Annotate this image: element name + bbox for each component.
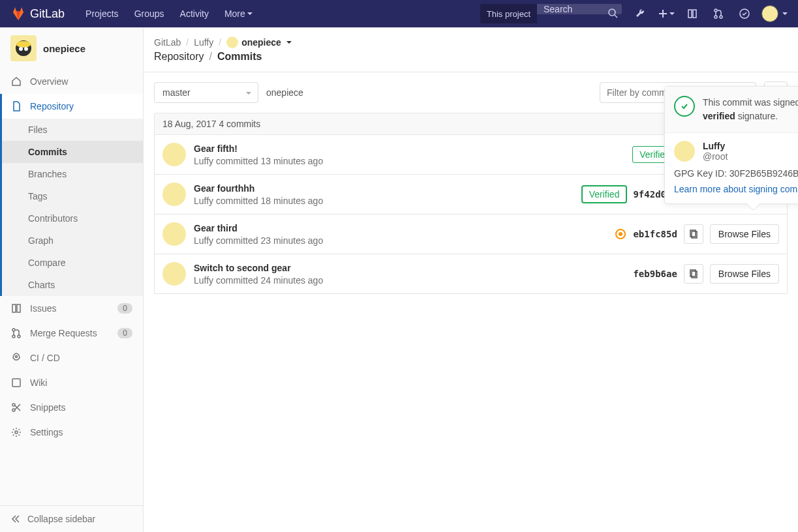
copy-sha-button[interactable] <box>684 224 703 244</box>
svg-point-18 <box>18 335 20 338</box>
clipboard-icon <box>689 229 698 239</box>
issues-icon[interactable] <box>679 0 705 27</box>
bc-owner[interactable]: Luffy <box>194 37 213 48</box>
svg-point-17 <box>12 335 15 338</box>
svg-point-23 <box>15 431 18 434</box>
chevron-down-icon <box>286 41 292 46</box>
page-path: Repository / Commits <box>144 51 798 72</box>
commit-info: Switch to second gear Luffy committed 24… <box>194 263 625 286</box>
copy-sha-button[interactable] <box>684 264 703 284</box>
sidebar-item-ci-cd[interactable]: CI / CD <box>0 346 143 370</box>
wrench-icon[interactable] <box>627 0 653 27</box>
sidebar-item-settings[interactable]: Settings <box>0 420 143 445</box>
sidebar-item-merge-requests[interactable]: Merge Requests 0 <box>0 321 143 346</box>
sidebar-item-label: Repository <box>30 101 74 111</box>
commit-info: Gear fifth! Luffy committed 13 minutes a… <box>194 143 624 166</box>
sidebar-item-snippets[interactable]: Snippets <box>0 395 143 420</box>
commit-sha[interactable]: eb1fc85d <box>633 229 677 239</box>
sidebar-item-wiki[interactable]: Wiki <box>0 370 143 395</box>
commit-meta: Luffy committed 24 minutes ago <box>194 275 625 286</box>
browse-files-button[interactable]: Browse Files <box>710 224 779 244</box>
path-label[interactable]: onepiece <box>266 87 303 98</box>
page-title: Commits <box>217 51 262 63</box>
svg-point-16 <box>12 329 15 331</box>
verified-badge[interactable]: Verified <box>582 186 627 203</box>
subnav-tags[interactable]: Tags <box>2 185 143 207</box>
chevron-down-icon <box>247 12 253 18</box>
project-name: onepiece <box>43 43 85 54</box>
avatar <box>162 222 186 246</box>
nav-icons <box>627 0 788 27</box>
clipboard-icon <box>689 269 698 278</box>
nav-activity[interactable]: Activity <box>172 0 217 27</box>
rocket-icon <box>10 352 22 364</box>
sidebar-item-label: Issues <box>30 303 56 314</box>
svg-rect-14 <box>12 304 16 312</box>
commit-meta: Luffy committed 23 minutes ago <box>194 235 607 246</box>
top-nav: GitLab Projects Groups Activity More Thi… <box>0 0 798 27</box>
sidebar-item-label: Wiki <box>30 377 47 388</box>
subnav-contributors[interactable]: Contributors <box>2 207 143 229</box>
search-scope[interactable]: This project <box>480 4 537 23</box>
sidebar-item-overview[interactable]: Overview <box>0 69 143 94</box>
project-header[interactable]: onepiece <box>0 27 143 69</box>
avatar <box>162 183 186 206</box>
popover-user-name: Luffy <box>703 141 728 151</box>
todos-icon[interactable] <box>731 0 758 27</box>
breadcrumb: GitLab / Luffy / onepiece <box>144 27 798 51</box>
svg-point-0 <box>609 9 615 16</box>
branch-select[interactable]: master <box>154 82 258 103</box>
merge-request-icon[interactable] <box>705 0 731 27</box>
svg-rect-4 <box>688 10 692 18</box>
subnav-charts[interactable]: Charts <box>2 274 143 296</box>
avatar <box>162 143 186 166</box>
subnav-commits[interactable]: Commits <box>2 141 143 163</box>
sidebar-item-label: Settings <box>30 427 63 437</box>
svg-point-30 <box>619 233 622 235</box>
svg-point-8 <box>720 16 722 18</box>
scissors-icon <box>10 402 22 413</box>
commit-title[interactable]: Switch to second gear <box>194 263 625 273</box>
gitlab-logo[interactable]: GitLab <box>10 6 65 22</box>
project-avatar <box>10 35 37 61</box>
chevron-down-icon <box>782 12 788 18</box>
nav-more[interactable]: More <box>217 0 260 27</box>
bc-project[interactable]: onepiece <box>226 37 292 48</box>
commit-title[interactable]: Gear fourthhh <box>194 183 574 194</box>
avatar <box>674 141 695 162</box>
side-nav: Overview Repository Files Commits Branch… <box>0 69 143 505</box>
plus-icon[interactable] <box>653 0 679 27</box>
commit-actions: feb9b6aeBrowse Files <box>633 264 779 284</box>
signature-popover: This commit was signed with a verified s… <box>664 86 798 204</box>
issues-icon <box>10 303 22 314</box>
pipeline-running-icon[interactable] <box>615 228 626 240</box>
sidebar-repo-subnav: Files Commits Branches Tags Contributors… <box>0 119 143 296</box>
popover-text: This commit was signed with a verified s… <box>703 96 798 123</box>
search-icon[interactable] <box>607 8 618 18</box>
sidebar-item-repository[interactable]: Repository <box>0 94 143 119</box>
subnav-compare[interactable]: Compare <box>2 252 143 274</box>
nav-groups[interactable]: Groups <box>127 0 172 27</box>
sidebar-item-issues[interactable]: Issues 0 <box>0 296 143 321</box>
svg-point-19 <box>16 356 18 358</box>
sidebar-item-label: Overview <box>30 76 68 87</box>
learn-more-link[interactable]: Learn more about signing commits <box>674 184 798 194</box>
user-menu[interactable] <box>761 5 788 22</box>
commit-sha[interactable]: feb9b6ae <box>633 269 677 279</box>
sidebar-item-label: CI / CD <box>30 353 60 363</box>
popover-learn-link: Learn more about signing commits <box>665 181 798 203</box>
collapse-sidebar[interactable]: Collapse sidebar <box>0 505 143 532</box>
commit-title[interactable]: Gear third <box>194 223 607 233</box>
commit-title[interactable]: Gear fifth! <box>194 143 624 154</box>
bc-root[interactable]: GitLab <box>154 37 181 48</box>
collapse-label: Collapse sidebar <box>27 514 95 524</box>
subnav-files[interactable]: Files <box>2 119 143 141</box>
search-wrap: This project <box>480 4 622 23</box>
subnav-graph[interactable]: Graph <box>2 229 143 252</box>
svg-point-21 <box>12 409 15 411</box>
subnav-branches[interactable]: Branches <box>2 163 143 185</box>
doc-icon <box>10 100 22 112</box>
browse-files-button[interactable]: Browse Files <box>710 264 779 284</box>
svg-point-6 <box>714 9 717 12</box>
nav-projects[interactable]: Projects <box>78 0 127 27</box>
